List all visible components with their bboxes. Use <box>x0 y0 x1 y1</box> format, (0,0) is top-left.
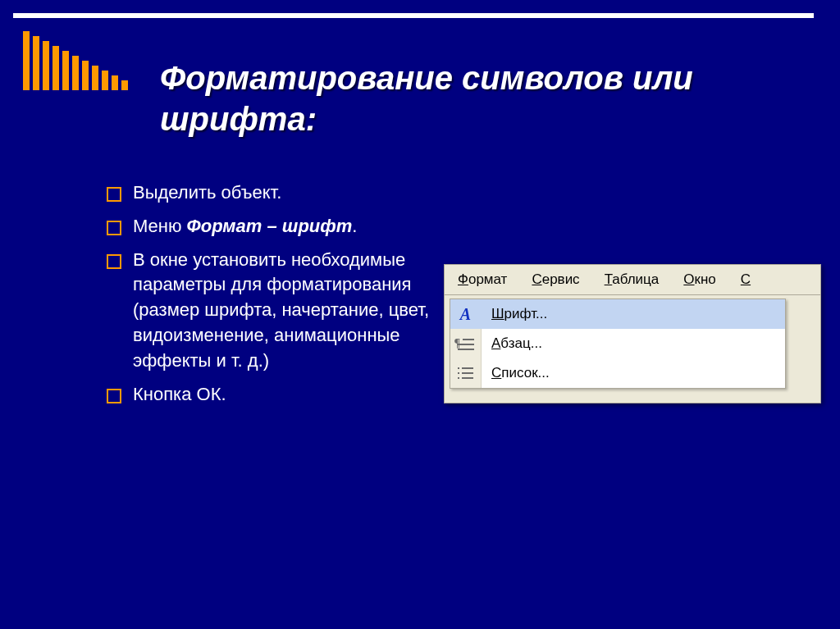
menu-rest: ормат <box>468 271 507 287</box>
menu-format[interactable]: Формат <box>453 270 512 289</box>
dropdown-rest: рифт... <box>504 306 548 321</box>
menu-rest: кно <box>695 271 716 287</box>
menu-rest: аблица <box>612 271 659 287</box>
menubar: Формат Сервис Таблица Окно С <box>445 265 820 295</box>
menu-truncated[interactable]: С <box>736 270 756 289</box>
menu-hotkey: С <box>532 271 541 287</box>
bullet-text-pre: Меню <box>133 216 187 236</box>
dropdown-hotkey: А <box>491 335 500 351</box>
menu-hotkey: О <box>683 271 694 287</box>
dropdown-label: Шрифт... <box>482 306 785 322</box>
dropdown-label: Абзац... <box>482 335 785 352</box>
dropdown-hotkey: Ш <box>491 306 504 321</box>
dropdown-item-list[interactable]: Список... <box>450 358 785 388</box>
bullet-item: Выделить объект. <box>107 180 435 206</box>
dropdown-rest: писок... <box>501 365 549 381</box>
bullet-text-emph: Формат – шрифт <box>187 216 353 236</box>
bullet-text-post: . <box>352 216 357 236</box>
menu-service[interactable]: Сервис <box>527 270 584 289</box>
dropdown-item-paragraph[interactable]: ¶ Абзац... <box>450 329 785 358</box>
menu-table[interactable]: Таблица <box>600 270 664 289</box>
stripes-graphic <box>23 31 128 90</box>
dropdown-rest: бзац... <box>500 335 542 351</box>
bullet-item: Кнопка ОК. <box>107 382 435 408</box>
bullet-text: Выделить объект. <box>133 182 281 203</box>
bullet-item: Меню Формат – шрифт. <box>107 214 435 239</box>
menu-hotkey: Ф <box>458 271 468 287</box>
top-bar <box>13 13 814 18</box>
menu-window[interactable]: Окно <box>678 270 721 289</box>
font-icon: A <box>450 299 482 329</box>
word-menu-screenshot: Формат Сервис Таблица Окно С A Шрифт... … <box>444 264 821 403</box>
format-dropdown: A Шрифт... ¶ Абзац... Список... <box>450 299 786 389</box>
menu-rest: ервис <box>542 271 580 287</box>
slide-title: Форматирование символов или шрифта: <box>160 57 775 139</box>
menu-hotkey: С <box>741 271 751 287</box>
bullet-item: В окне установить необходимые параметры … <box>107 248 435 374</box>
bullet-list: Выделить объект. Меню Формат – шрифт. В … <box>107 180 435 415</box>
dropdown-hotkey: С <box>491 365 501 381</box>
dropdown-item-font[interactable]: A Шрифт... <box>450 299 785 329</box>
dropdown-label: Список... <box>482 365 785 381</box>
bullet-text: В окне установить необходимые параметры … <box>133 249 429 371</box>
menu-hotkey: Т <box>605 271 613 287</box>
list-icon <box>450 358 482 388</box>
paragraph-icon: ¶ <box>450 329 482 358</box>
bullet-text: Кнопка ОК. <box>133 384 226 404</box>
